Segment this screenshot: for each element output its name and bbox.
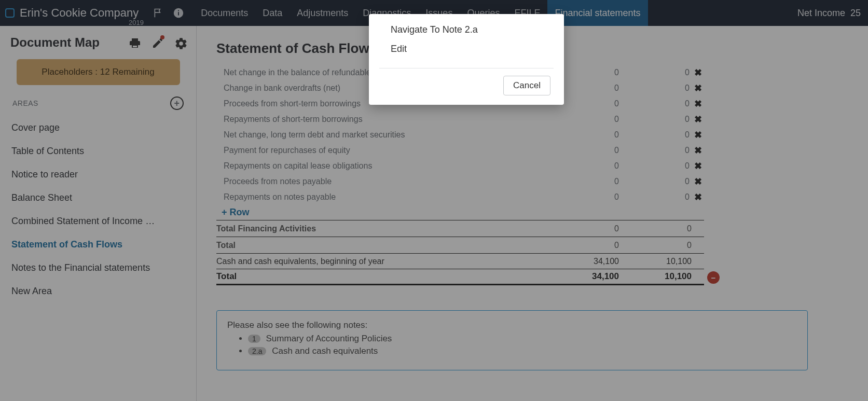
cancel-button[interactable]: Cancel bbox=[503, 76, 550, 95]
menu-navigate-to-note[interactable]: Navigate To Note 2.a bbox=[369, 14, 564, 40]
note-context-menu: Navigate To Note 2.a Edit Cancel bbox=[369, 14, 564, 105]
menu-edit[interactable]: Edit bbox=[369, 40, 564, 64]
